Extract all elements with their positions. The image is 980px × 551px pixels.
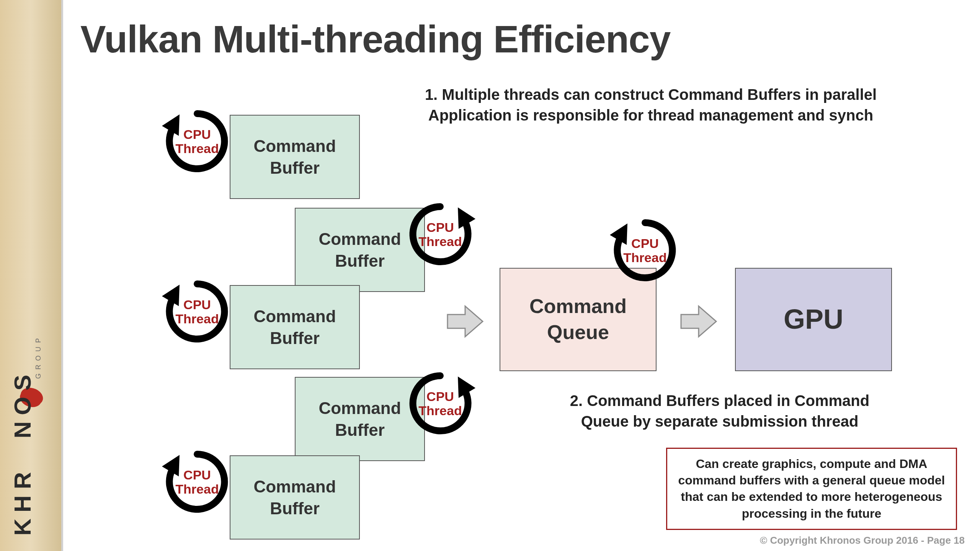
annotation-1: 1. Multiple threads can construct Comman… — [383, 84, 919, 126]
cpu-thread-icon: CPUThread — [159, 105, 235, 178]
cpu-thread-label: CPUThread — [175, 127, 219, 156]
cpu-thread-label: CPUThread — [418, 220, 462, 249]
cpu-thread-label: CPUThread — [623, 236, 666, 265]
khronos-logo-svg: KHRNOS ™ GROUP — [5, 329, 57, 543]
annotation-2: 2. Command Buffers placed in Command Que… — [536, 390, 903, 432]
left-decorative-bar-edge — [61, 0, 63, 551]
command-buffer-box: CommandBuffer — [230, 115, 360, 199]
annotation-2-line-1: 2. Command Buffers placed in Command — [570, 392, 869, 409]
annotation-1-line-1: 1. Multiple threads can construct Comman… — [425, 86, 877, 103]
slide: KHRNOS ™ GROUP Vulkan Multi-threading Ef… — [0, 0, 980, 551]
cpu-thread-label: CPUThread — [175, 468, 219, 497]
copyright-text: © Copyright Khronos Group 2016 - Page 18 — [760, 535, 965, 546]
khronos-logo: KHRNOS ™ GROUP — [5, 329, 57, 543]
command-buffer-box: CommandBuffer — [230, 285, 360, 369]
cpu-thread-icon: CPUThread — [159, 446, 235, 518]
cpu-thread-icon: CPUThread — [607, 214, 683, 287]
footnote-callout: Can create graphics, compute and DMA com… — [666, 448, 957, 530]
logo-sub-text: GROUP — [34, 334, 42, 379]
flow-arrow-icon — [679, 302, 718, 341]
cpu-thread-icon: CPUThread — [402, 198, 479, 271]
cpu-thread-label: CPUThread — [418, 390, 462, 418]
command-buffer-box: CommandBuffer — [230, 455, 360, 540]
annotation-1-line-2: Application is responsible for thread ma… — [428, 107, 873, 124]
svg-marker-8 — [681, 306, 716, 337]
cpu-thread-icon: CPUThread — [402, 367, 479, 440]
cpu-thread-label: CPUThread — [175, 298, 219, 326]
gpu-box: GPU — [735, 268, 892, 371]
slide-title: Vulkan Multi-threading Efficiency — [80, 17, 670, 61]
logo-main-text: KHRNOS — [9, 368, 36, 536]
cpu-thread-icon: CPUThread — [159, 276, 235, 348]
svg-marker-7 — [448, 306, 483, 337]
flow-arrow-icon — [446, 302, 484, 341]
annotation-2-line-2: Queue by separate submission thread — [581, 413, 859, 430]
